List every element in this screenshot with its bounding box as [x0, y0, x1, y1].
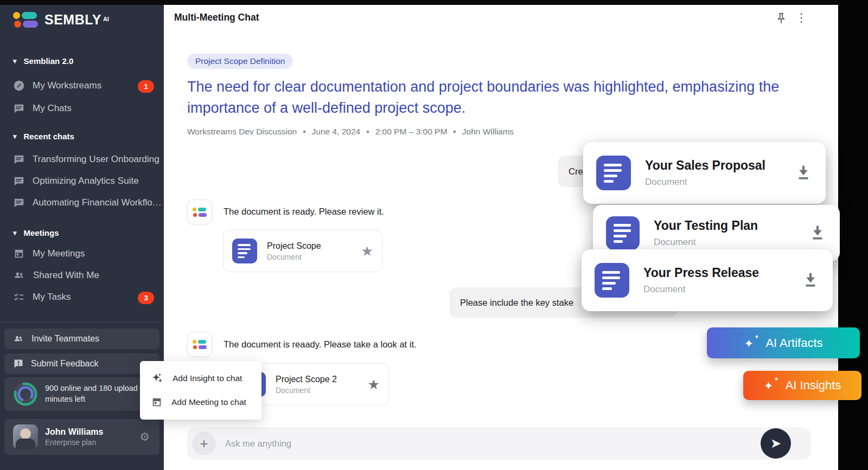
sidebar-item-label: My Workstreams	[33, 80, 101, 91]
chevron-down-icon: ▾	[13, 57, 17, 65]
usage-ring-icon	[13, 382, 38, 407]
brand-logo: SEMBLYAI	[13, 12, 109, 28]
meta-source: Workstreams Dev Discussion	[187, 127, 297, 137]
sembly-logo-icon	[13, 12, 38, 28]
user-avatar	[13, 424, 38, 449]
submit-feedback-label: Submit Feedback	[31, 359, 99, 369]
document-icon	[595, 263, 629, 298]
document-icon	[606, 216, 640, 250]
brand-name: SEMBLYAI	[44, 12, 109, 28]
ai-artifacts-button[interactable]: ✦✦ AI Artifacts	[707, 327, 860, 358]
sidebar-item-label: Shared With Me	[33, 270, 99, 281]
document-icon	[596, 156, 631, 190]
tasks-icon	[13, 291, 25, 303]
floating-doc-title: Your Testing Plan	[654, 218, 758, 233]
attachment-info: Project Scope Document	[267, 241, 321, 261]
feedback-icon	[13, 358, 24, 369]
invite-teammates-label: Invite Teammates	[31, 334, 99, 344]
invite-teammates-button[interactable]: Invite Teammates	[4, 329, 159, 349]
document-icon	[232, 239, 257, 263]
attachment-type: Document	[276, 386, 337, 395]
user-profile-card[interactable]: John Williams Enterprise plan ⚙	[4, 419, 159, 455]
sidebar-item-label: Optimizing Analytics Suite	[33, 176, 139, 186]
people-icon	[13, 269, 25, 281]
star-icon[interactable]: ★	[368, 377, 380, 392]
floating-doc-title: Your Press Release	[643, 266, 759, 280]
page-title: Multi-Meeting Chat	[174, 12, 259, 23]
menu-item-add-meeting[interactable]: Add Meeting to chat	[140, 390, 261, 414]
sidebar-group-label: Semblian 2.0	[24, 56, 74, 66]
floating-doc-info: Your Press Release Document	[643, 266, 759, 295]
calendar-icon	[151, 396, 163, 408]
sidebar-group-meetings[interactable]: ▾ Meetings	[13, 228, 59, 237]
floating-doc-type: Document	[654, 237, 758, 248]
download-icon[interactable]	[801, 270, 820, 291]
sidebar-item-my-meetings[interactable]: My Meetings	[13, 248, 85, 260]
chevron-down-icon: ▾	[13, 132, 17, 140]
ai-insights-label: AI Insights	[786, 378, 841, 392]
sidebar-item-label: My Tasks	[33, 292, 71, 302]
meta-separator: •	[453, 127, 456, 137]
sidebar-item-my-tasks[interactable]: My Tasks	[13, 291, 71, 303]
meta-time: 2:00 PM – 3:00 PM	[375, 127, 448, 137]
floating-doc-type: Document	[645, 177, 765, 188]
floating-doc-card-press-release[interactable]: Your Press Release Document	[582, 249, 833, 311]
send-icon: ➤	[770, 436, 781, 451]
sidebar-item-my-chats[interactable]: My Chats	[13, 102, 72, 114]
usage-meter-card: 900 online and 180 upload minutes left	[4, 377, 159, 411]
pin-icon[interactable]	[775, 12, 788, 27]
chat-icon	[13, 175, 25, 187]
sidebar-item-recent-chat-2[interactable]: Optimizing Analytics Suite	[13, 175, 139, 187]
gear-icon[interactable]: ⚙	[139, 430, 150, 443]
chat-icon	[13, 197, 25, 209]
ask-input[interactable]	[225, 427, 713, 460]
workstreams-badge: 1	[138, 80, 154, 93]
user-name: John Williams	[45, 427, 103, 437]
floating-doc-title: Your Sales Proposal	[645, 158, 765, 173]
sidebar-item-shared-with-me[interactable]: Shared With Me	[13, 269, 99, 281]
ai-insights-button[interactable]: ✦✦ AI Insights	[743, 371, 861, 400]
sparkle-icon: ✦✦	[744, 336, 758, 350]
ai-artifacts-label: AI Artifacts	[765, 336, 822, 350]
sembly-logo-icon	[193, 340, 207, 349]
app-window: SEMBLYAI ▾ Semblian 2.0 My Workstreams 1…	[0, 0, 868, 470]
add-to-chat-menu: Add Insight to chat Add Meeting to chat	[140, 361, 261, 420]
chat-input-bar: + ➤	[187, 427, 811, 460]
brand-sup: AI	[103, 16, 109, 22]
sidebar-item-label: Automating Financial Workflo…	[33, 197, 162, 208]
sidebar-item-recent-chat-1[interactable]: Transforming User Onboarding	[13, 153, 159, 165]
floating-doc-type: Document	[643, 284, 759, 295]
chat-icon	[13, 102, 25, 114]
download-icon[interactable]	[794, 163, 813, 183]
meta-separator: •	[366, 127, 369, 137]
sidebar-item-my-workstreams[interactable]: My Workstreams	[13, 80, 101, 92]
calendar-icon	[13, 248, 25, 260]
submit-feedback-button[interactable]: Submit Feedback	[4, 353, 159, 374]
sidebar-group-semblian[interactable]: ▾ Semblian 2.0	[13, 56, 73, 66]
kebab-menu-icon[interactable]: ⋮	[795, 11, 807, 25]
sparkle-icon	[151, 372, 164, 385]
top-black-strip	[0, 0, 868, 5]
bot-message-text: The document is reaady. Please take a lo…	[224, 339, 417, 350]
menu-item-add-insight[interactable]: Add Insight to chat	[140, 366, 261, 390]
star-icon[interactable]: ★	[361, 243, 373, 259]
attachment-title: Project Scope 2	[276, 375, 337, 384]
sidebar-group-recent-chats[interactable]: ▾ Recent chats	[13, 132, 74, 141]
attachment-info: Project Scope 2 Document	[276, 375, 337, 395]
usage-text: 900 online and 180 upload minutes left	[45, 383, 143, 404]
topic-tag: Project Scope Definition	[187, 54, 293, 69]
user-plan: Enterprise plan	[45, 438, 103, 447]
plus-icon[interactable]: +	[192, 432, 216, 455]
insight-headline: The need for clear documentation and pro…	[187, 76, 797, 119]
download-icon[interactable]	[808, 223, 827, 243]
sidebar-group-label: Meetings	[24, 228, 59, 237]
send-button[interactable]: ➤	[761, 428, 791, 459]
people-icon	[13, 333, 24, 344]
attachment-title: Project Scope	[267, 241, 321, 251]
sidebar-item-recent-chat-3[interactable]: Automating Financial Workflo…	[13, 197, 162, 209]
sembly-logo-icon	[193, 208, 207, 217]
floating-doc-info: Your Sales Proposal Document	[645, 158, 765, 188]
attachment-card-project-scope[interactable]: Project Scope Document ★	[223, 230, 382, 272]
floating-doc-card-sales-proposal[interactable]: Your Sales Proposal Document	[583, 142, 826, 204]
bot-avatar	[187, 199, 212, 224]
